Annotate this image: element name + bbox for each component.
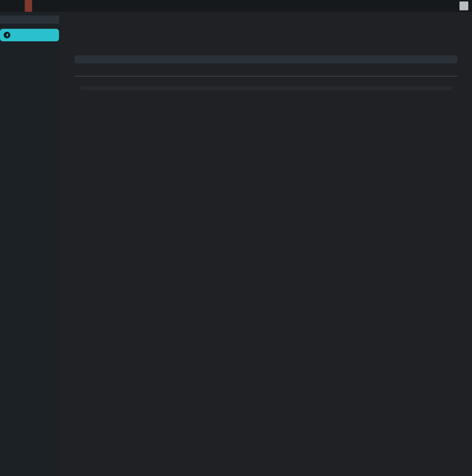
docs-book-icon[interactable] bbox=[45, 0, 53, 12]
new-content-button[interactable] bbox=[34, 0, 45, 12]
cron-table-panel bbox=[80, 86, 452, 90]
collapse-menu-button[interactable] bbox=[0, 29, 59, 41]
admin-sidebar bbox=[0, 12, 59, 476]
section-heading-panel bbox=[74, 55, 457, 63]
wordpress-logo-icon[interactable] bbox=[0, 0, 8, 12]
plugin-submenu bbox=[0, 15, 59, 24]
admin-bar bbox=[0, 0, 472, 12]
collapse-arrow-icon bbox=[4, 32, 10, 38]
main-content bbox=[59, 12, 472, 476]
comments-bubble-icon[interactable] bbox=[18, 0, 25, 12]
site-home-link[interactable] bbox=[8, 0, 18, 12]
divider bbox=[74, 76, 457, 76]
page-header bbox=[74, 25, 457, 40]
avatar[interactable] bbox=[459, 1, 468, 10]
comment-count-badge[interactable] bbox=[25, 0, 32, 12]
plugin-bug-logo-icon bbox=[74, 25, 89, 40]
